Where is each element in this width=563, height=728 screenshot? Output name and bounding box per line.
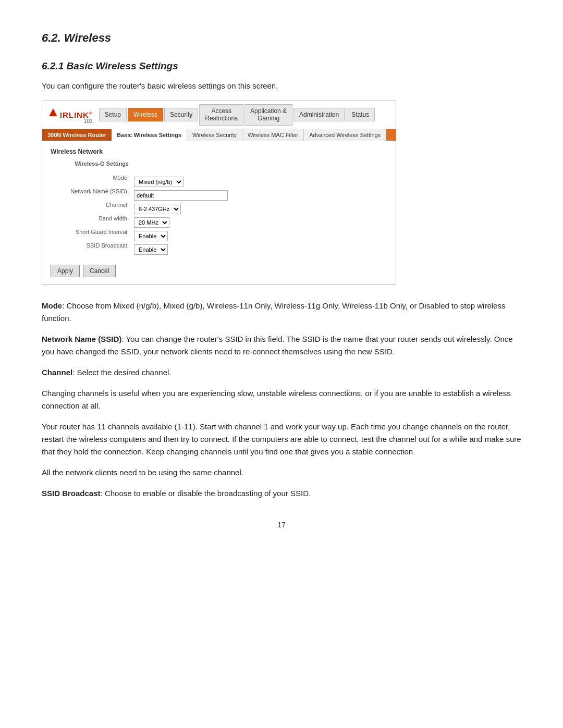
ssid-broadcast-label: SSID Broadcast: (51, 239, 129, 252)
sub-nav-tab-security[interactable]: Wireless Security (187, 129, 242, 141)
desc-channel-instructions-text: Your router has 11 channels available (1… (42, 422, 521, 456)
nav-tab-access-restrictions[interactable]: AccessRestrictions (199, 104, 243, 126)
desc-channel-bold: Channel (42, 368, 72, 377)
ssid-label: Network Name (SSID): (51, 184, 129, 198)
sub-nav-tabs: Basic Wireless Settings Wireless Securit… (112, 129, 386, 141)
nav-tab-setup[interactable]: Setup (99, 108, 127, 121)
desc-ssid-broadcast-bold: SSID Broadcast (42, 489, 101, 498)
router-logo: ▲ IRLINK® 101 (46, 105, 93, 124)
sub-nav-tab-mac-filter[interactable]: Wireless MAC Filter (242, 129, 304, 141)
apply-button[interactable]: Apply (51, 265, 80, 277)
desc-mode: Mode: Choose from Mixed (n/g/b), Mixed (… (42, 300, 521, 325)
subsection-title: 6.2.1 Basic Wireless Settings (42, 60, 521, 72)
button-row: Apply Cancel (51, 265, 387, 277)
desc-ssid-broadcast: SSID Broadcast: Choose to enable or disa… (42, 487, 521, 500)
nav-tab-administration[interactable]: Administration (293, 108, 345, 121)
nav-tab-application-gaming[interactable]: Application &Gaming (244, 104, 292, 126)
logo-101-text: 101 (46, 119, 93, 124)
sub-nav-bar: 300N Wireless Router Basic Wireless Sett… (42, 129, 396, 141)
ssid-broadcast-value: Enable (134, 243, 387, 256)
desc-channel-detail: Changing channels is useful when you are… (42, 387, 521, 412)
wireless-network-header: Wireless Network (51, 148, 387, 155)
main-nav-tabs: Setup Wireless Security AccessRestrictio… (99, 104, 391, 126)
channel-select[interactable]: 6-2.437GHz (134, 204, 181, 214)
settings-values-column: Mixed (n/g/b) 6-2.437GHz 20 MHz (134, 161, 387, 256)
nav-tab-status[interactable]: Status (346, 108, 375, 121)
ssid-value (134, 189, 387, 202)
desc-mode-bold: Mode (42, 301, 62, 310)
desc-same-channel: All the network clients need to be using… (42, 466, 521, 479)
settings-labels-column: Wireless-G Settings Mode: Network Name (… (51, 161, 134, 256)
desc-channel-instructions: Your router has 11 channels available (1… (42, 421, 521, 458)
mode-select[interactable]: Mixed (n/g/b) (134, 177, 183, 187)
desc-channel-detail-text: Changing channels is useful when you are… (42, 389, 511, 410)
sub-nav-tab-advanced[interactable]: Advanced Wireless Settings (304, 129, 386, 141)
ssid-broadcast-select[interactable]: Enable (134, 244, 168, 255)
intro-text: You can configure the router's basic wir… (42, 81, 521, 90)
sub-nav-router-label: 300N Wireless Router (42, 129, 112, 141)
bandwidth-label: Band width: (51, 212, 129, 225)
section-title: 6.2. Wireless (42, 31, 521, 45)
guard-interval-select[interactable]: Enable (134, 231, 168, 241)
desc-same-channel-text: All the network clients need to be using… (42, 468, 243, 477)
desc-ssid: Network Name (SSID): You can change the … (42, 333, 521, 358)
ssid-input[interactable] (134, 190, 228, 201)
mode-label: Mode: (51, 171, 129, 184)
channel-value: 6-2.437GHz (134, 202, 387, 216)
cancel-button[interactable]: Cancel (83, 265, 116, 277)
sub-nav-tab-basic[interactable]: Basic Wireless Settings (112, 129, 187, 141)
content-area: Wireless Network Wireless-G Settings Mod… (42, 141, 396, 285)
page-number: 17 (42, 521, 521, 529)
bandwidth-select[interactable]: 20 MHz (134, 217, 169, 228)
guard-interval-value: Enable (134, 229, 387, 243)
settings-table: Wireless-G Settings Mode: Network Name (… (51, 161, 387, 256)
desc-ssid-bold: Network Name (SSID) (42, 335, 121, 343)
nav-tab-wireless[interactable]: Wireless (128, 108, 163, 121)
section-side-label: Wireless-G Settings (51, 161, 129, 167)
desc-mode-text: : Choose from Mixed (n/g/b), Mixed (g/b)… (42, 301, 505, 323)
router-ui-screenshot: ▲ IRLINK® 101 Setup Wireless Security Ac… (42, 101, 396, 285)
desc-ssid-broadcast-text: : Choose to enable or disable the broadc… (101, 489, 311, 498)
nav-tab-security[interactable]: Security (164, 108, 198, 121)
desc-channel-text: : Select the desired channel. (72, 368, 171, 377)
guard-interval-label: Short Guard Interval: (51, 225, 129, 239)
logo-irlink-text: IRLINK® (60, 111, 93, 119)
mode-value: Mixed (n/g/b) (134, 175, 387, 189)
logo-a-icon: ▲ (46, 105, 60, 119)
top-nav-bar: ▲ IRLINK® 101 Setup Wireless Security Ac… (42, 101, 396, 129)
channel-label: Channel: (51, 198, 129, 212)
desc-channel: Channel: Select the desired channel. (42, 366, 521, 379)
bandwidth-value: 20 MHz (134, 216, 387, 229)
